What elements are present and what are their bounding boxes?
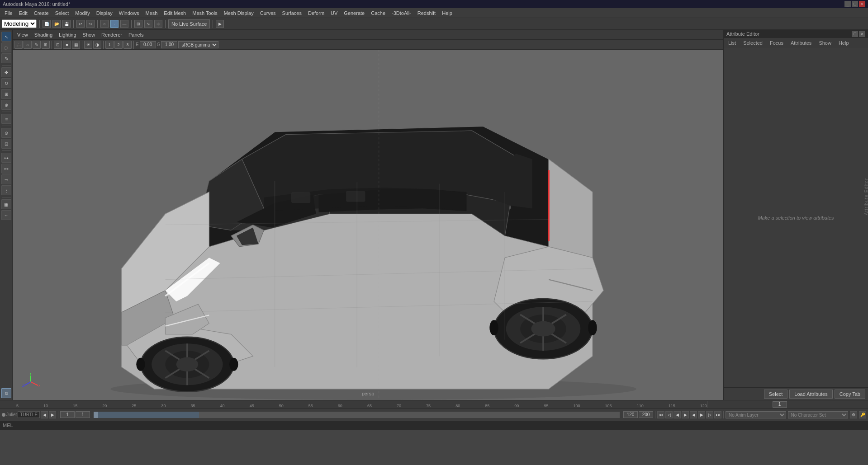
attr-tab-attributes[interactable]: Attributes [788,39,814,47]
menu-mesh[interactable]: Mesh [142,9,160,17]
go-to-end-button[interactable]: ⏭ [714,411,721,418]
save-file-button[interactable]: 💾 [62,20,71,28]
current-frame-input[interactable] [773,401,787,408]
color-space-select[interactable]: sRGB gamma [178,41,218,48]
vp-res1-button[interactable]: 1 [105,41,114,49]
vp-home-button[interactable]: ⌂ [24,41,32,49]
measure-tool[interactable]: ↔ [1,210,11,220]
universal-tool[interactable]: ⊕ [1,100,11,110]
close-button[interactable]: × [859,1,865,7]
menu-create[interactable]: Create [31,9,52,17]
menu-cache[interactable]: Cache [368,9,388,17]
vp-camera-button[interactable]: 🎥 [14,41,23,49]
range-end-input[interactable] [623,411,638,418]
menu-modify[interactable]: Modify [72,9,92,17]
minimize-button[interactable]: _ [844,1,851,7]
menu-surfaces[interactable]: Surfaces [280,9,304,17]
vp-shadow-button[interactable]: ◑ [93,41,101,49]
menu-curves[interactable]: Curves [257,9,279,17]
menu-uv[interactable]: UV [328,9,340,17]
prev-layer-button[interactable]: ◀ [41,411,48,418]
viewport-panels-menu[interactable]: Panels [126,31,147,38]
menu-select[interactable]: Select [52,9,72,17]
viewport-3d[interactable]: X Y Z persp [13,50,723,400]
character-set-select[interactable]: No Character Set [788,411,849,418]
vp-grid-button[interactable]: ⊞ [42,41,50,49]
no-live-surface-button[interactable]: No Live Surface [168,19,210,28]
prev-key-button[interactable]: ◁ [665,411,673,418]
next-frame-button[interactable]: ▶ [698,411,705,418]
menu-3dto-all[interactable]: -3DtoAll- [389,9,414,17]
viewport-show-menu[interactable]: Show [80,31,98,38]
vp-paint-button[interactable]: ✎ [33,41,41,49]
snap-point-button[interactable]: ⊹ [154,20,162,28]
menu-windows[interactable]: Windows [116,9,142,17]
vp-res2-button[interactable]: 2 [114,41,123,49]
attr-tab-list[interactable]: List [726,39,739,47]
next-key-button[interactable]: ▷ [706,411,713,418]
anim-layer-key-button[interactable]: 🔑 [859,411,866,418]
attr-load-attributes-button[interactable]: Load Attributes [789,390,832,399]
menu-edit[interactable]: Edit [16,9,30,17]
playback-slider[interactable] [94,412,620,418]
menu-file[interactable]: File [2,9,15,17]
prev-frame-button[interactable]: ◀ [674,411,681,418]
grid-tool[interactable]: ▦ [1,199,11,209]
display-face-tool[interactable]: ⊸ [1,174,11,184]
soft-mod-tool[interactable]: ⊙ [1,128,11,138]
display-vertex-tool[interactable]: ⊶ [1,153,11,163]
gamma-input[interactable] [161,41,177,48]
anim-layer-select[interactable]: No Anim Layer [726,411,786,418]
attr-tab-focus[interactable]: Focus [767,39,786,47]
paint-select-tool[interactable]: ✎ [1,53,11,63]
play-backwards-button[interactable]: ◀ [690,411,697,418]
vp-solid-button[interactable]: ■ [63,41,71,49]
attr-editor-close-button[interactable]: × [859,31,865,37]
show-manipulator-tool[interactable]: ≋ [1,114,11,124]
vp-res3-button[interactable]: 3 [123,41,132,49]
go-to-start-button[interactable]: ⏮ [657,411,664,418]
sculpt-tool[interactable]: ⊡ [1,139,11,149]
snap-grid-button[interactable]: ⊞ [134,20,142,28]
viewport-shading-menu[interactable]: Shading [32,31,55,38]
vp-wireframe-button[interactable]: ⊡ [54,41,62,49]
anim-layer-options-button[interactable]: ⚙ [850,411,857,418]
menu-mesh-display[interactable]: Mesh Display [221,9,256,17]
snap-curve-button[interactable]: ∿ [144,20,152,28]
render-button[interactable]: ▶ [216,20,224,28]
lasso-tool[interactable]: ◌ [1,42,11,52]
menu-generate[interactable]: Generate [341,9,367,17]
menu-deform[interactable]: Deform [305,9,327,17]
attr-editor-float-button[interactable]: □ [852,31,858,37]
exposure-input[interactable] [140,41,156,48]
open-file-button[interactable]: 📂 [52,20,61,28]
attr-copy-tab-button[interactable]: Copy Tab [835,390,865,399]
start-frame-input[interactable] [60,411,75,418]
select-tool[interactable]: ↖ [1,32,11,42]
new-file-button[interactable]: 📄 [43,20,51,28]
menu-edit-mesh[interactable]: Edit Mesh [161,9,189,17]
menu-mesh-tools[interactable]: Mesh Tools [190,9,220,17]
next-layer-button[interactable]: ▶ [49,411,56,418]
vp-textured-button[interactable]: ▦ [72,41,80,49]
display-edge-tool[interactable]: ⊷ [1,164,11,174]
end-frame-input[interactable] [639,411,653,418]
mode-selector[interactable]: Modeling [2,19,37,28]
redo-button[interactable]: ↪ [86,20,95,28]
quick-select-set-tool[interactable]: ⊚ [1,388,11,398]
maximize-button[interactable]: □ [852,1,858,7]
attr-tab-show[interactable]: Show [816,39,834,47]
rotate-tool[interactable]: ↻ [1,78,11,88]
scale-tool[interactable]: ⊞ [1,89,11,99]
select-vertex-button[interactable]: · [110,20,119,28]
viewport-lighting-menu[interactable]: Lighting [56,31,79,38]
undo-button[interactable]: ↩ [76,20,85,28]
move-tool[interactable]: ✥ [1,67,11,77]
attr-select-button[interactable]: Select [764,390,788,399]
select-object-button[interactable]: ○ [100,20,109,28]
play-button[interactable]: ▶ [682,411,689,418]
attr-tab-help[interactable]: Help [836,39,852,47]
menu-help[interactable]: Help [439,9,455,17]
viewport-renderer-menu[interactable]: Renderer [99,31,125,38]
select-edge-button[interactable]: — [120,20,128,28]
